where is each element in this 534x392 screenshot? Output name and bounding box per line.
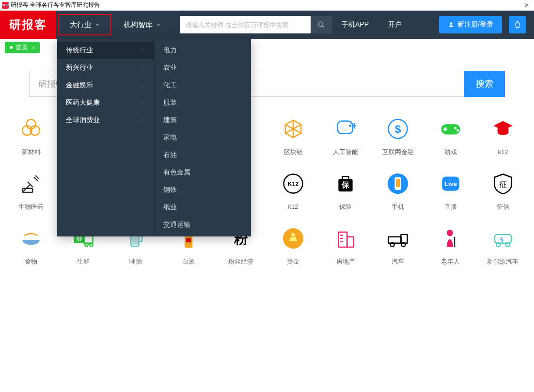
- svg-point-48: [402, 243, 406, 247]
- cart-button[interactable]: [509, 16, 526, 33]
- dropdown-sub-item[interactable]: 钢铁: [155, 181, 251, 199]
- dropdown-sub-item[interactable]: 化工: [155, 77, 251, 94]
- tab-home-label: 首页: [16, 43, 28, 52]
- k12-icon: K12: [280, 170, 307, 197]
- dropdown-sub-item[interactable]: 农业: [155, 59, 251, 77]
- logo[interactable]: 研报客: [0, 11, 56, 39]
- category-label: 手机: [392, 203, 404, 211]
- svg-rect-45: [389, 237, 401, 243]
- svg-text:K12: K12: [288, 181, 299, 188]
- category-cell[interactable]: 游戏: [424, 115, 477, 157]
- category-label: 互联网金融: [382, 148, 414, 157]
- category-cell[interactable]: 手机: [372, 170, 424, 211]
- category-label: k12: [498, 148, 508, 157]
- chevron-down-icon: [95, 24, 99, 26]
- category-cell[interactable]: 新材料: [5, 115, 57, 157]
- nav-search-input[interactable]: [180, 16, 311, 33]
- nav-search-button[interactable]: [311, 16, 332, 33]
- dropdown-sub-item[interactable]: 建筑: [155, 111, 251, 129]
- dropdown-sub-item[interactable]: 服装: [155, 94, 251, 111]
- svg-point-52: [506, 243, 510, 247]
- dropdown-category-item[interactable]: 金融娱乐〉: [57, 77, 154, 94]
- user-icon: [448, 21, 455, 28]
- live-icon: Live: [437, 170, 464, 197]
- category-cell[interactable]: 新能源汽车: [477, 225, 529, 266]
- category-cell[interactable]: K12k12: [267, 170, 319, 211]
- category-label: 新材料: [22, 148, 41, 157]
- category-cell[interactable]: 老年人: [424, 225, 477, 266]
- svg-point-36: [85, 243, 89, 247]
- dropdown-sub-item[interactable]: 家电: [155, 129, 251, 146]
- category-label: 黄金: [287, 258, 299, 266]
- chevron-right-icon: 〉: [141, 117, 145, 124]
- svg-rect-43: [339, 232, 347, 247]
- category-cell[interactable]: 房地产: [319, 225, 372, 266]
- nav-institution[interactable]: 机构智库: [113, 11, 171, 39]
- building-icon: [332, 225, 359, 252]
- nav-open-account[interactable]: 开户: [378, 20, 411, 29]
- category-label: 区块链: [284, 148, 303, 157]
- svg-point-37: [90, 243, 93, 247]
- ev-icon: [489, 225, 517, 252]
- category-label: 房地产: [336, 258, 355, 266]
- dropdown-category-item[interactable]: 医药大健康〉: [57, 94, 154, 111]
- dropdown-sub-item[interactable]: 电力: [155, 42, 251, 59]
- favicon-icon: SUP: [2, 2, 9, 9]
- dropdown-sub-item[interactable]: 纸业: [155, 199, 251, 216]
- top-nav: 研报客 大行业 机构智库 手机APP 开户 新注册/登录: [0, 11, 534, 39]
- svg-rect-29: [396, 179, 400, 187]
- category-cell[interactable]: 人工智能: [319, 115, 372, 157]
- category-cell[interactable]: 汽车: [372, 225, 424, 266]
- tab-close-icon[interactable]: ×: [32, 45, 35, 50]
- dropdown-sub-item[interactable]: 石油: [155, 146, 251, 164]
- svg-point-0: [318, 22, 323, 26]
- close-icon[interactable]: ✕: [521, 2, 532, 9]
- window-title: 研报客-全球各行各业智库研究报告: [11, 1, 100, 9]
- category-label: 啤酒: [129, 258, 142, 266]
- category-cell[interactable]: 征征信: [477, 170, 529, 211]
- category-label: 征信: [497, 203, 509, 211]
- svg-rect-40: [186, 238, 191, 242]
- nav-search: [180, 16, 332, 33]
- dropdown-category-item[interactable]: 新兴行业〉: [57, 59, 154, 77]
- category-label: 生鲜: [77, 258, 90, 266]
- svg-point-16: [456, 129, 459, 132]
- blockchain-icon: [280, 115, 307, 142]
- category-cell[interactable]: Live直播: [424, 170, 477, 211]
- nav-mobile-app[interactable]: 手机APP: [332, 20, 378, 29]
- svg-rect-50: [494, 235, 512, 243]
- register-login-label: 新注册/登录: [457, 20, 493, 29]
- phone-icon: [384, 170, 411, 197]
- category-cell[interactable]: 保保险: [319, 170, 372, 211]
- category-cell[interactable]: 食物: [5, 225, 57, 266]
- category-cell[interactable]: 区块链: [267, 115, 319, 157]
- dropdown-category-item[interactable]: 全球消费业〉: [57, 111, 154, 129]
- nav-industry-label: 大行业: [70, 20, 92, 30]
- svg-rect-46: [401, 235, 408, 243]
- category-label: 汽车: [392, 258, 404, 266]
- tab-home[interactable]: 首页 ×: [5, 42, 40, 53]
- dropdown-sub-item[interactable]: 有色金属: [155, 164, 251, 181]
- bag-icon: [514, 21, 521, 29]
- category-label: 老年人: [441, 258, 460, 266]
- category-label: 保险: [339, 203, 352, 211]
- svg-point-47: [391, 243, 394, 247]
- dropdown-subitems: 电力农业化工服装建筑家电石油有色金属钢铁纸业交通运输: [154, 39, 251, 236]
- nav-industry[interactable]: 大行业: [58, 14, 111, 35]
- hero-search-button[interactable]: 搜索: [464, 71, 505, 97]
- svg-point-51: [496, 243, 500, 247]
- category-cell[interactable]: $互联网金融: [372, 115, 424, 157]
- dropdown-sub-item[interactable]: 交通运输: [155, 216, 251, 234]
- register-login-button[interactable]: 新注册/登录: [439, 16, 502, 33]
- logs-icon: [17, 115, 45, 142]
- category-label: 白酒: [182, 258, 195, 266]
- category-cell[interactable]: 生物医药: [5, 170, 57, 211]
- dropdown-category-item[interactable]: 传统行业〉: [57, 42, 154, 59]
- category-cell[interactable]: 黄金: [267, 225, 319, 266]
- credit-icon: 征: [489, 170, 517, 197]
- chevron-down-icon: [157, 24, 160, 26]
- category-label: 游戏: [444, 148, 457, 157]
- dropdown-categories: 传统行业〉新兴行业〉金融娱乐〉医药大健康〉全球消费业〉: [57, 39, 154, 236]
- category-cell[interactable]: k12: [477, 115, 529, 157]
- category-label: k12: [288, 203, 298, 211]
